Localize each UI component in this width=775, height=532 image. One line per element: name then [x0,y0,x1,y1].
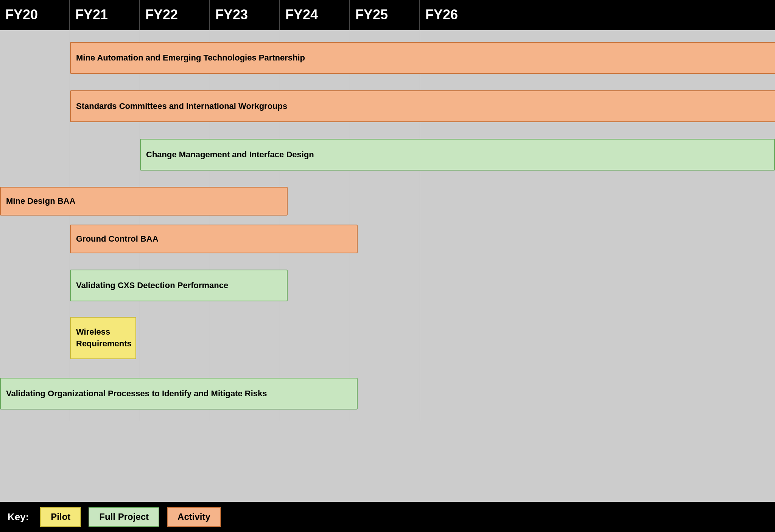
gantt-chart: FY20 FY21 FY22 FY23 FY24 FY25 FY26 Mine … [0,0,775,532]
year-fy20: FY20 [0,0,70,30]
key-label: Key: [8,511,29,523]
bar-mine-automation: Mine Automation and Emerging Technologie… [70,37,775,79]
bar-wireless: WirelessRequirements [70,313,136,366]
spacer-8 [0,414,775,421]
row-mine-design-baa: Mine Design BAA [0,182,775,220]
gantt-body: Mine Automation and Emerging Technologie… [0,30,775,502]
bar-standards: Standards Committees and International W… [70,85,775,127]
row-ground-control-baa: Ground Control BAA [0,220,775,258]
year-fy26: FY26 [420,0,775,30]
bar-validating-org: Validating Organizational Processes to I… [0,373,358,414]
spacer-4 [0,175,775,182]
year-fy21: FY21 [70,0,140,30]
year-fy25: FY25 [350,0,420,30]
row-wireless: WirelessRequirements [0,313,775,366]
spacer-7 [0,366,775,373]
row-mine-automation: Mine Automation and Emerging Technologie… [0,37,775,79]
spacer-3 [0,127,775,134]
year-fy24: FY24 [280,0,350,30]
bar-validating-cxs: Validating CXS Detection Performance [70,265,288,306]
bar-ground-control-baa-label: Ground Control BAA [76,234,159,244]
year-fy23: FY23 [210,0,280,30]
key-pilot: Pilot [40,507,81,527]
spacer-1 [0,30,775,37]
bar-mine-design-baa-label: Mine Design BAA [6,196,75,206]
spacer-5 [0,258,775,265]
bar-change-management-label: Change Management and Interface Design [146,150,314,160]
key-activity: Activity [167,507,221,527]
key-full-project: Full Project [89,507,159,527]
bar-ground-control-baa: Ground Control BAA [70,220,358,258]
row-validating-cxs: Validating CXS Detection Performance [0,265,775,306]
bar-validating-cxs-label: Validating CXS Detection Performance [76,281,228,290]
bar-mine-design-baa: Mine Design BAA [0,182,288,220]
row-validating-org: Validating Organizational Processes to I… [0,373,775,414]
year-fy22: FY22 [140,0,210,30]
bar-validating-org-label: Validating Organizational Processes to I… [6,389,267,399]
row-standards: Standards Committees and International W… [0,85,775,127]
bar-standards-label: Standards Committees and International W… [76,101,287,111]
bar-wireless-label: WirelessRequirements [76,326,132,350]
bar-mine-automation-label: Mine Automation and Emerging Technologie… [76,53,305,63]
row-change-management: Change Management and Interface Design [0,134,775,175]
bar-change-management: Change Management and Interface Design [140,134,775,175]
header-row: FY20 FY21 FY22 FY23 FY24 FY25 FY26 [0,0,775,30]
spacer-6 [0,306,775,313]
spacer-2 [0,79,775,85]
footer-key: Key: Pilot Full Project Activity [0,502,775,532]
